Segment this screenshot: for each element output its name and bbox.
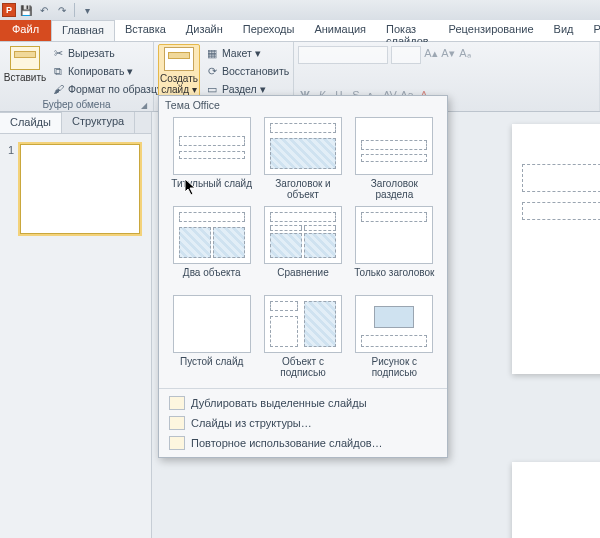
format-painter-button[interactable]: 🖌Формат по образцу [48,80,165,98]
layout-blank[interactable] [173,295,251,353]
layout-title-slide[interactable] [173,117,251,175]
slide-preview [512,124,600,374]
new-slide-gallery: Тема Office Титульный слайд Заголовок и … [158,95,448,458]
reuse-label: Повторное использование слайдов… [191,437,383,449]
title-bar: P 💾 ↶ ↷ ▾ [0,0,600,20]
layout-label: Заголовок и объект [260,178,345,200]
copy-button[interactable]: ⧉Копировать ▾ [48,62,165,80]
slides-pane: Слайды Структура 1 [0,112,152,538]
reset-label: Восстановить [222,65,289,77]
new-slide-label: Создать слайд ▾ [160,73,198,95]
layout-label: Два объекта [183,267,241,289]
tab-design[interactable]: Дизайн [176,20,233,41]
layout-section-header[interactable] [355,117,433,175]
font-size-combo[interactable] [391,46,421,64]
copy-label: Копировать ▾ [68,65,133,77]
pane-tab-slides[interactable]: Слайды [0,112,62,133]
pane-tabs: Слайды Структура [0,112,151,134]
pane-tab-outline[interactable]: Структура [62,112,135,133]
qat-customize-icon[interactable]: ▾ [79,2,95,18]
paste-icon [10,46,40,70]
layout-title-content[interactable] [264,117,342,175]
section-label: Раздел ▾ [222,83,266,95]
slide-number: 1 [8,144,14,156]
group-clipboard: Вставить ✂Вырезать ⧉Копировать ▾ 🖌Формат… [0,42,154,111]
tab-storyboard[interactable]: Раскадр [583,20,600,41]
layout-label: Сравнение [277,267,328,289]
outline-icon [169,416,185,430]
tab-home[interactable]: Главная [51,20,115,41]
separator [74,3,75,17]
reuse-slides-item[interactable]: Повторное использование слайдов… [159,433,447,453]
layout-title-only[interactable] [355,206,433,264]
cursor-icon [184,178,198,196]
slide-thumbnail[interactable] [20,144,140,234]
paste-button[interactable]: Вставить [4,44,46,85]
clear-format-icon[interactable]: Aₐ [458,46,472,60]
cut-label: Вырезать [68,47,115,59]
layout-label: Рисунок с подписью [352,356,437,378]
new-slide-icon [164,47,194,71]
layout-label: Макет ▾ [222,47,261,59]
layout-grid: Титульный слайд Заголовок и объект Загол… [159,111,447,388]
duplicate-label: Дублировать выделенные слайды [191,397,367,409]
format-painter-label: Формат по образцу [68,83,162,95]
reuse-icon [169,436,185,450]
duplicate-slides-item[interactable]: Дублировать выделенные слайды [159,393,447,413]
tab-view[interactable]: Вид [544,20,584,41]
slide-thumb-1[interactable]: 1 [8,144,143,234]
layout-icon: ▦ [205,46,219,60]
tab-insert[interactable]: Вставка [115,20,176,41]
paste-label: Вставить [4,72,46,83]
undo-icon[interactable]: ↶ [36,2,52,18]
redo-icon[interactable]: ↷ [54,2,70,18]
layout-label: Только заголовок [354,267,434,289]
layout-label: Заголовок раздела [352,178,437,200]
brush-icon: 🖌 [51,82,65,96]
reset-button[interactable]: ⟳Восстановить [202,62,292,80]
increase-font-icon[interactable]: A▴ [424,46,438,60]
layout-button[interactable]: ▦Макет ▾ [202,44,292,62]
cut-icon: ✂ [51,46,65,60]
tab-transitions[interactable]: Переходы [233,20,305,41]
slide-preview-next [512,462,600,538]
copy-icon: ⧉ [51,64,65,78]
save-icon[interactable]: 💾 [18,2,34,18]
tab-animation[interactable]: Анимация [304,20,376,41]
dialog-launcher-icon[interactable]: ◢ [141,101,147,110]
thumbnail-area: 1 [0,134,151,538]
layout-two-content[interactable] [173,206,251,264]
outline-label: Слайды из структуры… [191,417,312,429]
font-family-combo[interactable] [298,46,388,64]
tab-review[interactable]: Рецензирование [439,20,544,41]
slides-from-outline-item[interactable]: Слайды из структуры… [159,413,447,433]
cut-button[interactable]: ✂Вырезать [48,44,165,62]
layout-label: Объект с подписью [260,356,345,378]
tab-slideshow[interactable]: Показ слайдов [376,20,439,41]
layout-content-caption[interactable] [264,295,342,353]
file-tab[interactable]: Файл [0,20,51,41]
layout-label: Пустой слайд [180,356,243,378]
app-icon: P [2,3,16,17]
ribbon-tabs: Файл Главная Вставка Дизайн Переходы Ани… [0,20,600,42]
gallery-theme-label: Тема Office [159,96,447,111]
duplicate-icon [169,396,185,410]
decrease-font-icon[interactable]: A▾ [441,46,455,60]
new-slide-button[interactable]: Создать слайд ▾ [158,44,200,98]
layout-picture-caption[interactable] [355,295,433,353]
group-clipboard-label: Буфер обмена◢ [4,98,149,112]
gallery-footer: Дублировать выделенные слайды Слайды из … [159,388,447,457]
reset-icon: ⟳ [205,64,219,78]
layout-comparison[interactable] [264,206,342,264]
section-icon: ▭ [205,82,219,96]
